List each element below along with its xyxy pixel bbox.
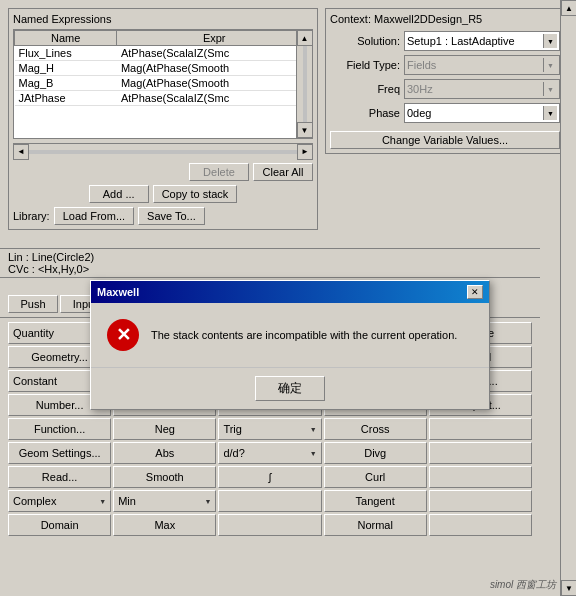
main-window: Named Expressions Name Expr Flux_Lines A… [0,0,576,596]
dialog-footer: 确定 [91,367,489,409]
error-icon: ✕ [107,319,139,351]
dialog-box: Maxwell ✕ ✕ The stack contents are incom… [90,280,490,410]
dialog-content: ✕ The stack contents are incompatible wi… [91,303,489,367]
dialog-title: Maxwell [97,286,139,298]
dialog-titlebar: Maxwell ✕ [91,281,489,303]
ok-button[interactable]: 确定 [255,376,325,401]
dialog-message: The stack contents are incompatible with… [151,329,473,341]
dialog-close-button[interactable]: ✕ [467,285,483,299]
dialog-overlay: Maxwell ✕ ✕ The stack contents are incom… [0,0,576,596]
